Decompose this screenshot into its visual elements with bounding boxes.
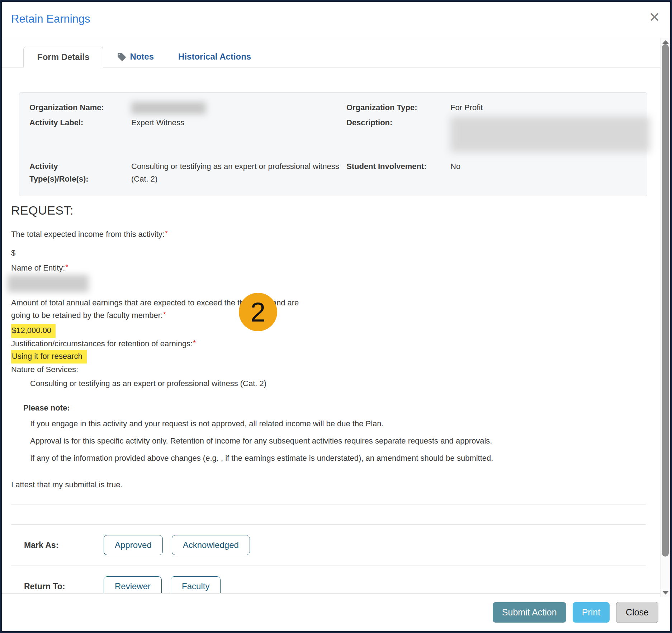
student-involvement-label: Student Involvement: — [346, 160, 450, 185]
tab-form-details-label: Form Details — [37, 52, 89, 62]
return-to-row: Return To: Reviewer Faculty — [11, 566, 646, 593]
entity-name-redacted-value — [8, 275, 89, 292]
entity-name-label: Name of Entity:* — [11, 263, 646, 273]
tab-form-details[interactable]: Form Details — [23, 47, 103, 67]
modal-footer: Submit Action Print Close — [2, 593, 670, 631]
request-section: REQUEST: The total expected income from … — [11, 203, 646, 593]
total-income-label: The total expected income from this acti… — [11, 230, 646, 239]
activity-type-label: Activity Type(s)/Role(s): — [29, 160, 131, 185]
student-involvement-value: No — [450, 160, 650, 185]
nature-of-services-label: Nature of Services: — [11, 365, 646, 374]
mark-as-label: Mark As: — [24, 540, 104, 550]
tab-notes-label: Notes — [130, 52, 154, 62]
tab-bar: Form Details Notes Historical Actions — [2, 38, 660, 67]
activity-type-value: Consulting or testifying as an expert or… — [131, 160, 346, 185]
required-asterisk: * — [193, 339, 196, 347]
note-item: If any of the information provided above… — [30, 452, 646, 464]
print-button[interactable]: Print — [573, 602, 610, 623]
description-redacted-value — [450, 116, 650, 152]
nature-of-services-value: Consulting or testifying as an expert or… — [30, 379, 646, 388]
currency-symbol: $ — [11, 248, 646, 258]
please-note-section: Please note: If you engage in this activ… — [11, 403, 646, 464]
scrollbar-thumb[interactable] — [662, 44, 669, 557]
modal-title: Retain Earnings — [11, 13, 90, 25]
required-asterisk: * — [163, 310, 166, 318]
justification-label: Justification/circumstances for retentio… — [11, 339, 646, 348]
mark-as-row: Mark As: Approved Acknowledged — [11, 525, 646, 566]
vertical-scrollbar[interactable] — [660, 38, 670, 597]
required-asterisk: * — [65, 263, 68, 271]
note-item: Approval is for this specific activity o… — [30, 435, 646, 447]
scroll-up-arrow-icon[interactable] — [662, 40, 669, 44]
justification-value-wrap: Using it for research — [11, 350, 646, 364]
annotation-badge-2: 2 — [239, 293, 277, 331]
amount-value-wrap: $12,000.00 — [11, 324, 646, 338]
return-to-label: Return To: — [24, 582, 104, 591]
approved-button[interactable]: Approved — [104, 535, 163, 555]
note-item: If you engage in this activity and your … — [30, 417, 646, 430]
org-type-value: For Profit — [450, 101, 650, 114]
required-asterisk: * — [165, 229, 168, 237]
justification-value-highlighted: Using it for research — [11, 350, 87, 364]
attest-statement: I attest that my submittal is true. — [11, 480, 646, 489]
section-divider — [11, 505, 646, 525]
tab-historical-actions[interactable]: Historical Actions — [167, 46, 262, 67]
close-button[interactable]: Close — [616, 602, 658, 623]
modal-header: Retain Earnings ✕ — [2, 2, 670, 38]
org-name-label: Organization Name: — [29, 101, 131, 114]
close-icon[interactable]: ✕ — [649, 10, 660, 24]
reviewer-button[interactable]: Reviewer — [104, 576, 162, 593]
activity-label-value: Expert Witness — [131, 116, 346, 152]
faculty-button[interactable]: Faculty — [171, 576, 221, 593]
retain-earnings-modal: Retain Earnings ✕ Form Details Notes His… — [0, 0, 672, 633]
activity-label-label: Activity Label: — [29, 116, 131, 152]
please-note-heading: Please note: — [23, 403, 646, 413]
form-details-content: Organization Name: Organization Type: Fo… — [2, 67, 660, 593]
amount-label: Amount of total annual earnings that are… — [11, 296, 334, 322]
tab-notes[interactable]: Notes — [106, 46, 165, 67]
org-name-redacted-value — [131, 102, 206, 114]
acknowledged-button[interactable]: Acknowledged — [172, 535, 250, 555]
submit-action-button[interactable]: Submit Action — [493, 602, 566, 623]
tag-icon — [117, 52, 127, 62]
description-label: Description: — [346, 116, 450, 152]
tab-historical-actions-label: Historical Actions — [178, 52, 251, 62]
org-type-label: Organization Type: — [346, 101, 450, 114]
activity-info-panel: Organization Name: Organization Type: Fo… — [19, 92, 647, 196]
scroll-down-arrow-icon[interactable] — [662, 591, 669, 595]
amount-value-highlighted: $12,000.00 — [11, 324, 56, 338]
request-heading: REQUEST: — [11, 203, 646, 217]
